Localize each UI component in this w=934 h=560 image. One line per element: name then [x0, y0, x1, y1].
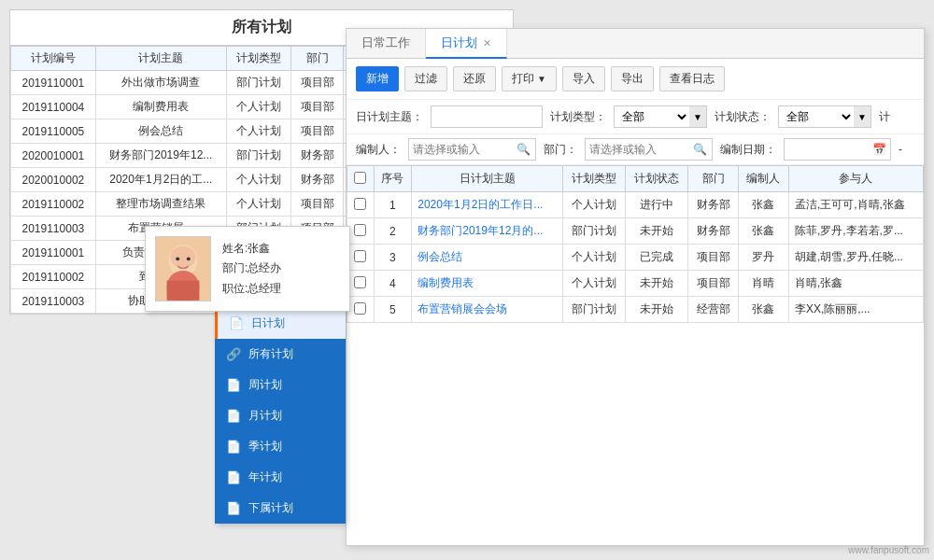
sidebar-item-年计划[interactable]: 📄年计划 — [215, 462, 346, 493]
table-row[interactable]: 12020年1月2日的工作日...个人计划进行中财务部张鑫孟洁,王可可,肖晴,张… — [347, 192, 924, 218]
row-subject[interactable]: 财务部门2019年12月的... — [412, 218, 563, 245]
status-label: 计划状态： — [715, 109, 771, 125]
sidebar-item-周计划[interactable]: 📄周计划 — [215, 370, 346, 400]
subject-input[interactable] — [431, 105, 543, 128]
editor-input[interactable] — [409, 139, 512, 160]
bg-table-cell: 2019110003 — [11, 289, 96, 314]
export-button[interactable]: 导出 — [611, 66, 654, 91]
col-header: 编制人 — [739, 166, 789, 192]
sidebar-item-icon: 🔗 — [226, 347, 241, 361]
svg-point-3 — [176, 257, 179, 260]
sidebar-item-label: 季计划 — [248, 439, 282, 455]
bg-table-cell: 外出做市场调查 — [95, 71, 226, 95]
row-editor: 肖晴 — [739, 271, 789, 297]
col-header: 参与人 — [788, 166, 923, 192]
bg-col-header: 计划编号 — [11, 47, 96, 71]
editor-input-wrap: 🔍 — [408, 138, 536, 161]
sidebar-item-日计划[interactable]: 📄日计划 — [215, 308, 346, 339]
sidebar-item-下属计划[interactable]: 📄下属计划 — [215, 493, 346, 524]
select-all-checkbox[interactable] — [354, 172, 366, 184]
sidebar-item-label: 所有计划 — [248, 346, 293, 362]
date-input-wrap: 📅 — [784, 138, 891, 161]
row-checkbox-cell — [347, 271, 375, 297]
filter-row-2: 编制人： 🔍 部门： 🔍 编制日期： 📅 - — [347, 134, 924, 165]
dept-input[interactable] — [586, 139, 688, 160]
bg-table-cell: 整理市场调查结果 — [95, 192, 226, 217]
bg-table-cell: 部门计划 — [226, 144, 290, 168]
status-select[interactable]: 全部 未开始 进行中 已完成 — [779, 106, 854, 127]
bg-table-cell: 个人计划 — [226, 192, 290, 217]
bg-col-header: 计划主题 — [95, 47, 226, 71]
bg-table-cell: 2020010001 — [11, 144, 96, 168]
table-row[interactable]: 2财务部门2019年12月的...部门计划未开始财务部张鑫陈菲,罗丹,李若若,罗… — [347, 218, 924, 245]
col-header: 部门 — [688, 166, 739, 192]
add-button[interactable]: 新增 — [356, 66, 399, 91]
data-table: 序号日计划主题计划类型计划状态部门编制人参与人 12020年1月2日的工作日..… — [347, 165, 924, 323]
row-checkbox[interactable] — [354, 224, 366, 236]
bg-table-cell: 部门计划 — [226, 71, 290, 95]
print-button[interactable]: 打印▼ — [502, 66, 557, 91]
bg-table-cell: 2019110001 — [11, 71, 96, 95]
type-select[interactable]: 全部 个人计划 部门计划 — [615, 106, 689, 127]
row-checkbox-cell — [347, 245, 375, 271]
row-dept: 财务部 — [688, 218, 739, 245]
right-panel: 日常工作 日计划✕ 新增 过滤 还原 打印▼ 导入 导出 查看日志 日计划主题：… — [346, 28, 925, 546]
row-no: 4 — [374, 271, 412, 297]
sidebar-item-icon: 📄 — [229, 316, 244, 330]
calendar-icon[interactable]: 📅 — [869, 143, 890, 156]
bg-table-cell: 项目部 — [291, 119, 344, 144]
bg-table-cell: 个人计划 — [226, 95, 290, 119]
import-button[interactable]: 导入 — [562, 66, 605, 91]
row-participants: 肖晴,张鑫 — [788, 271, 923, 297]
row-subject[interactable]: 编制费用表 — [412, 271, 563, 297]
row-type: 个人计划 — [562, 245, 625, 271]
row-checkbox[interactable] — [354, 250, 366, 262]
restore-button[interactable]: 还原 — [453, 66, 496, 91]
sidebar-item-季计划[interactable]: 📄季计划 — [215, 431, 346, 462]
svg-point-4 — [187, 257, 191, 260]
user-card: 姓名:张鑫 部门:总经办 职位:总经理 — [145, 226, 350, 312]
bg-table-cell: 财务部门2019年12... — [95, 144, 226, 168]
sidebar-item-label: 周计划 — [248, 377, 282, 393]
log-button[interactable]: 查看日志 — [659, 66, 725, 91]
sidebar-item-所有计划[interactable]: 🔗所有计划 — [215, 339, 346, 370]
bg-table-cell: 财务部 — [291, 144, 344, 168]
sidebar-item-label: 日计划 — [251, 315, 285, 331]
tab-daily-work[interactable]: 日常工作 — [347, 29, 426, 58]
row-status: 已完成 — [626, 245, 688, 271]
row-participants: 陈菲,罗丹,李若若,罗... — [788, 218, 923, 245]
bg-col-header: 计划类型 — [226, 47, 290, 71]
dept-input-wrap: 🔍 — [585, 138, 713, 161]
dept-search-icon[interactable]: 🔍 — [688, 143, 712, 156]
sidebar-item-icon: 📄 — [226, 470, 241, 484]
table-row[interactable]: 5布置营销展会会场部门计划未开始经营部张鑫李XX,陈丽丽,... — [347, 297, 924, 323]
sidebar-item-icon: 📄 — [226, 501, 241, 515]
editor-search-icon[interactable]: 🔍 — [512, 143, 535, 156]
row-status: 未开始 — [626, 297, 688, 323]
row-dept: 财务部 — [688, 192, 739, 218]
bg-table-cell: 个人计划 — [226, 168, 290, 192]
date-input[interactable] — [785, 139, 869, 160]
row-participants: 胡建,胡雪,罗丹,任晓... — [788, 245, 923, 271]
row-subject[interactable]: 2020年1月2日的工作日... — [412, 192, 563, 218]
tab-daily-plan[interactable]: 日计划✕ — [426, 29, 507, 59]
row-subject[interactable]: 例会总结 — [412, 245, 563, 271]
filter-button[interactable]: 过滤 — [404, 66, 447, 91]
avatar — [155, 236, 211, 301]
sidebar-item-月计划[interactable]: 📄月计划 — [215, 400, 346, 431]
row-participants: 李XX,陈丽丽,... — [788, 297, 923, 323]
row-checkbox[interactable] — [354, 276, 366, 288]
sidebar-item-icon: 📄 — [226, 440, 241, 454]
row-subject[interactable]: 布置营销展会会场 — [412, 297, 563, 323]
subject-label: 日计划主题： — [356, 109, 423, 125]
row-no: 3 — [374, 245, 412, 271]
table-row[interactable]: 4编制费用表个人计划未开始项目部肖晴肖晴,张鑫 — [347, 271, 924, 297]
row-checkbox[interactable] — [354, 302, 366, 315]
tab-close-icon[interactable]: ✕ — [483, 37, 491, 49]
row-checkbox[interactable] — [354, 198, 366, 210]
toolbar: 新增 过滤 还原 打印▼ 导入 导出 查看日志 — [347, 59, 924, 100]
row-editor: 张鑫 — [739, 297, 789, 323]
status-select-arrow-icon[interactable]: ▼ — [854, 106, 870, 127]
table-row[interactable]: 3例会总结个人计划已完成项目部罗丹胡建,胡雪,罗丹,任晓... — [347, 245, 924, 271]
type-select-arrow-icon[interactable]: ▼ — [689, 106, 706, 127]
